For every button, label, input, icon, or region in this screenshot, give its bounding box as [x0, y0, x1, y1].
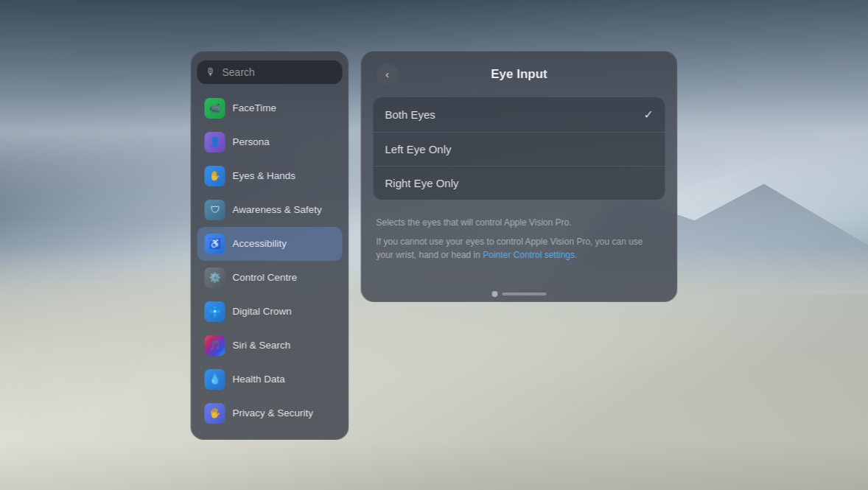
- microphone-icon: 🎙: [206, 66, 217, 78]
- option-label-right-eye: Right Eye Only: [385, 177, 459, 189]
- control-icon: ⚙️: [205, 267, 225, 288]
- privacy-emoji: 🖐: [209, 407, 221, 419]
- crown-icon: 💠: [205, 301, 225, 322]
- option-item-left-eye[interactable]: Left Eye Only: [374, 133, 665, 167]
- sidebar-item-awareness[interactable]: 🛡 Awareness & Safety: [197, 193, 343, 227]
- sidebar-item-digital-crown[interactable]: 💠 Digital Crown: [197, 295, 343, 329]
- back-button[interactable]: ‹: [377, 63, 399, 85]
- persona-emoji: 👤: [209, 136, 221, 147]
- eye-options-list: Both Eyes ✓ Left Eye Only Right Eye Only: [374, 97, 665, 200]
- crown-emoji: 💠: [209, 306, 221, 317]
- detail-header: ‹ Eye Input: [362, 52, 677, 97]
- accessibility-emoji: ♿: [209, 238, 221, 249]
- health-icon: 💧: [205, 369, 225, 390]
- sidebar-items-list: 📹 FaceTime 👤 Persona ✋ Eyes & Hands 🛡 Aw…: [197, 91, 343, 430]
- awareness-icon: 🛡: [205, 200, 225, 220]
- scroll-bar: [503, 293, 547, 295]
- scroll-indicator: [362, 282, 677, 301]
- search-placeholder: Search: [223, 66, 255, 78]
- accessibility-icon: ♿: [205, 234, 225, 254]
- description-text-1: Selects the eyes that will control Apple…: [377, 216, 662, 229]
- health-emoji: 💧: [209, 374, 221, 385]
- siri-icon: 🎵: [205, 335, 225, 356]
- sidebar-item-label-digital-crown: Digital Crown: [233, 306, 292, 317]
- pointer-control-link[interactable]: Pointer Control settings.: [483, 250, 577, 260]
- eyes-emoji: ✋: [209, 170, 221, 181]
- detail-title: Eye Input: [491, 67, 547, 82]
- sidebar-item-siri-search[interactable]: 🎵 Siri & Search: [197, 329, 343, 363]
- sidebar-item-label-siri-search: Siri & Search: [233, 340, 291, 351]
- option-label-both-eyes: Both Eyes: [385, 108, 435, 121]
- sidebar-item-label-control-centre: Control Centre: [233, 272, 298, 283]
- sidebar-item-label-facetime: FaceTime: [233, 102, 277, 113]
- option-item-right-eye[interactable]: Right Eye Only: [374, 167, 665, 200]
- eyes-icon: ✋: [205, 166, 225, 186]
- sidebar-item-persona[interactable]: 👤 Persona: [197, 125, 343, 159]
- scroll-dot-1: [492, 291, 498, 297]
- option-item-both-eyes[interactable]: Both Eyes ✓: [374, 97, 665, 133]
- facetime-emoji: 📹: [209, 102, 221, 113]
- chevron-left-icon: ‹: [385, 69, 389, 80]
- sidebar-item-health-data[interactable]: 💧 Health Data: [197, 363, 343, 396]
- siri-emoji: 🎵: [209, 340, 221, 351]
- sidebar-item-label-accessibility: Accessibility: [233, 238, 287, 249]
- control-emoji: ⚙️: [209, 272, 221, 283]
- sidebar-item-label-persona: Persona: [233, 136, 270, 147]
- privacy-icon: 🖐: [205, 403, 225, 424]
- sidebar-item-eyes-hands[interactable]: ✋ Eyes & Hands: [197, 159, 343, 193]
- sidebar-item-control-centre[interactable]: ⚙️ Control Centre: [197, 261, 343, 295]
- detail-content: Both Eyes ✓ Left Eye Only Right Eye Only…: [362, 97, 677, 282]
- facetime-icon: 📹: [205, 98, 225, 119]
- sidebar-item-privacy-security[interactable]: 🖐 Privacy & Security: [197, 396, 343, 430]
- option-label-left-eye: Left Eye Only: [385, 143, 452, 155]
- search-bar[interactable]: 🎙 Search: [197, 60, 343, 84]
- detail-panel: ‹ Eye Input Both Eyes ✓ Left Eye Only Ri…: [361, 51, 678, 302]
- checkmark-icon-both-eyes: ✓: [644, 108, 654, 122]
- sidebar-item-label-eyes-hands: Eyes & Hands: [233, 170, 296, 181]
- sidebar-item-accessibility[interactable]: ♿ Accessibility: [197, 227, 343, 261]
- sidebar-panel: 🎙 Search 📹 FaceTime 👤 Persona ✋ Eyes & H…: [191, 51, 349, 440]
- sidebar-item-label-awareness: Awareness & Safety: [233, 204, 322, 215]
- awareness-emoji: 🛡: [210, 204, 220, 215]
- persona-icon: 👤: [205, 132, 225, 153]
- ui-container: 🎙 Search 📹 FaceTime 👤 Persona ✋ Eyes & H…: [191, 51, 678, 440]
- sidebar-item-facetime[interactable]: 📹 FaceTime: [197, 91, 343, 125]
- sidebar-item-label-health-data: Health Data: [233, 374, 285, 385]
- sidebar-item-label-privacy-security: Privacy & Security: [233, 407, 314, 419]
- description-text-2: If you cannot use your eyes to control A…: [377, 235, 662, 262]
